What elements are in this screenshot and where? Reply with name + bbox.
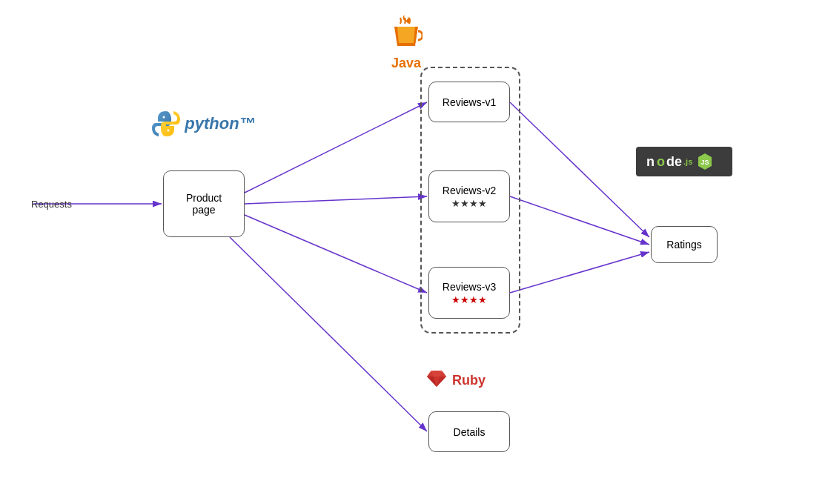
java-text: Java bbox=[391, 56, 421, 71]
details-label: Details bbox=[454, 426, 486, 438]
ratings-node: Ratings bbox=[651, 226, 718, 263]
reviews-v2-node: Reviews-v2 ★★★★ bbox=[428, 170, 510, 222]
java-icon bbox=[390, 13, 423, 56]
ruby-text: Ruby bbox=[452, 373, 486, 388]
svg-line-4 bbox=[245, 215, 427, 293]
svg-marker-16 bbox=[427, 371, 446, 377]
reviews-v1-label: Reviews-v1 bbox=[443, 96, 496, 108]
ruby-label: Ruby bbox=[425, 368, 500, 394]
java-label: Java bbox=[369, 13, 443, 71]
nodejs-logo: n o de .js JS bbox=[636, 147, 732, 176]
reviews-v3-stars: ★★★★ bbox=[451, 294, 487, 305]
svg-line-5 bbox=[230, 237, 427, 431]
reviews-v2-stars: ★★★★ bbox=[451, 198, 487, 209]
reviews-v2-label: Reviews-v2 bbox=[443, 185, 496, 196]
svg-line-8 bbox=[510, 102, 649, 237]
ruby-icon bbox=[425, 368, 448, 394]
svg-point-9 bbox=[163, 116, 165, 119]
python-label: python™ bbox=[145, 110, 263, 141]
reviews-v3-node: Reviews-v3 ★★★★ bbox=[428, 267, 510, 319]
reviews-v3-label: Reviews-v3 bbox=[443, 281, 496, 293]
diagram-container: python™ bbox=[0, 0, 825, 504]
product-page-label: Productpage bbox=[186, 192, 222, 216]
svg-text:JS: JS bbox=[701, 159, 709, 166]
nodejs-label: n o de .js JS bbox=[636, 147, 732, 176]
ratings-label: Ratings bbox=[666, 239, 701, 251]
svg-line-7 bbox=[510, 252, 649, 293]
python-text: python™ bbox=[185, 114, 255, 133]
product-page-node: Productpage bbox=[163, 170, 245, 237]
svg-line-3 bbox=[245, 196, 427, 204]
svg-line-2 bbox=[245, 102, 427, 193]
requests-label: Requests bbox=[31, 199, 72, 210]
svg-line-6 bbox=[510, 196, 649, 245]
details-node: Details bbox=[428, 411, 510, 452]
reviews-v1-node: Reviews-v1 bbox=[428, 82, 510, 122]
svg-point-10 bbox=[168, 130, 170, 132]
